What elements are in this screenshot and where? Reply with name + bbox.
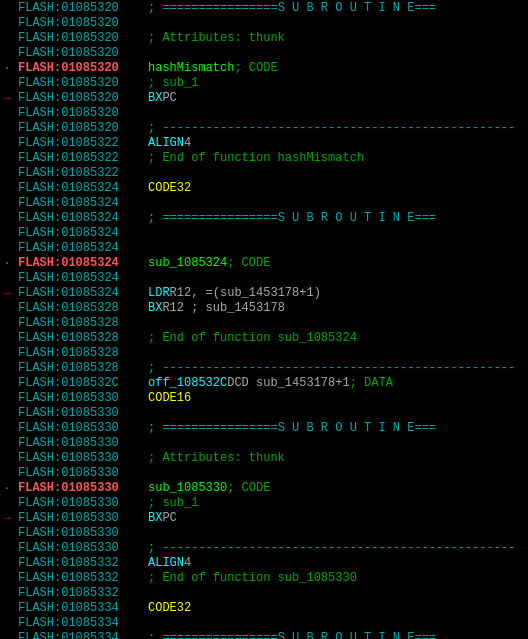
line-address: FLASH:01085330	[18, 496, 148, 510]
code-token: BX	[148, 301, 162, 315]
code-token: BX	[148, 511, 162, 525]
code-token: ===	[414, 631, 436, 640]
line-address: FLASH:01085320	[18, 61, 148, 75]
line-address: FLASH:01085330	[18, 406, 148, 420]
line-address: FLASH:01085322	[18, 136, 148, 150]
code-token: ; CODE	[227, 256, 270, 270]
code-line: FLASH:01085328 ; End of function sub_108…	[0, 330, 528, 345]
code-line: FLASH:01085328	[0, 315, 528, 330]
code-line: →FLASH:01085330 BX PC	[0, 510, 528, 525]
line-address: FLASH:01085334	[18, 631, 148, 640]
code-line: FLASH:01085330	[0, 525, 528, 540]
line-address: FLASH:01085320	[18, 31, 148, 45]
code-line: FLASH:01085328 BX R12 ; sub_1453178	[0, 300, 528, 315]
code-token: ALIGN	[148, 136, 184, 150]
code-token: LDR	[148, 286, 170, 300]
code-line: FLASH:01085322 ALIGN 4	[0, 135, 528, 150]
line-address: FLASH:01085328	[18, 301, 148, 315]
code-line: FLASH:01085332 ; End of function sub_108…	[0, 570, 528, 585]
code-token: off_108532C	[148, 376, 227, 390]
line-address: FLASH:01085320	[18, 106, 148, 120]
code-token: ; End of function sub_1085324	[148, 331, 357, 345]
code-token: CODE16	[148, 391, 191, 405]
code-token: sub_1085324	[148, 256, 227, 270]
code-line: FLASH:01085324 CODE32	[0, 180, 528, 195]
code-line: FLASH:01085324	[0, 240, 528, 255]
code-token: R12, =(sub_1453178+1)	[170, 286, 321, 300]
code-line: FLASH:01085322 ; End of function hashMis…	[0, 150, 528, 165]
line-address: FLASH:01085320	[18, 1, 148, 15]
code-line: →FLASH:01085324 LDR R12, =(sub_1453178+1…	[0, 285, 528, 300]
code-token: ; CODE	[234, 61, 277, 75]
code-line: FLASH:01085322	[0, 165, 528, 180]
code-token: ALIGN	[148, 556, 184, 570]
code-token: ; DATA	[350, 376, 393, 390]
line-address: FLASH:01085334	[18, 616, 148, 630]
code-token: S U B R O U T I N E	[278, 211, 415, 225]
line-indicator: →	[0, 287, 14, 299]
code-line: FLASH:01085328	[0, 345, 528, 360]
line-address: FLASH:01085324	[18, 211, 148, 225]
code-line: FLASH:01085320	[0, 15, 528, 30]
line-address: FLASH:01085320	[18, 121, 148, 135]
code-line: ·FLASH:01085330 sub_1085330 ; CODE	[0, 480, 528, 495]
code-line: FLASH:01085330 ; sub_1	[0, 495, 528, 510]
line-address: FLASH:01085328	[18, 331, 148, 345]
line-address: FLASH:01085328	[18, 316, 148, 330]
code-line: FLASH:01085320 ; Attributes: thunk	[0, 30, 528, 45]
code-line: FLASH:01085334 CODE32	[0, 600, 528, 615]
code-line: FLASH:01085330 ; ================ S U B …	[0, 420, 528, 435]
code-line: FLASH:01085328 ; -----------------------…	[0, 360, 528, 375]
code-token: ; --------------------------------------…	[148, 541, 515, 555]
code-token: 4	[184, 556, 191, 570]
code-token: ; End of function sub_1085330	[148, 571, 357, 585]
line-indicator: →	[0, 92, 14, 104]
line-indicator: →	[0, 512, 14, 524]
code-line: FLASH:01085324	[0, 225, 528, 240]
code-token: ; --------------------------------------…	[148, 361, 515, 375]
line-address: FLASH:01085330	[18, 526, 148, 540]
line-address: FLASH:01085330	[18, 541, 148, 555]
code-token: hashMismatch	[148, 61, 234, 75]
line-address: FLASH:01085330	[18, 421, 148, 435]
code-token: ; End of function hashMismatch	[148, 151, 364, 165]
code-line: FLASH:01085330	[0, 435, 528, 450]
line-address: FLASH:01085324	[18, 196, 148, 210]
line-address: FLASH:01085328	[18, 361, 148, 375]
code-line: FLASH:01085334 ; ================ S U B …	[0, 630, 528, 639]
line-address: FLASH:01085324	[18, 256, 148, 270]
code-line: FLASH:01085330 ; Attributes: thunk	[0, 450, 528, 465]
code-line: ·FLASH:01085324 sub_1085324 ; CODE	[0, 255, 528, 270]
line-address: FLASH:01085332	[18, 556, 148, 570]
code-token: PC	[162, 511, 176, 525]
code-line: FLASH:01085330 CODE16	[0, 390, 528, 405]
line-address: FLASH:0108532C	[18, 376, 148, 390]
line-indicator: ·	[0, 257, 14, 269]
line-address: FLASH:01085322	[18, 151, 148, 165]
line-address: FLASH:01085324	[18, 271, 148, 285]
line-address: FLASH:01085320	[18, 16, 148, 30]
code-token: ; --------------------------------------…	[148, 121, 515, 135]
line-address: FLASH:01085320	[18, 46, 148, 60]
code-line: FLASH:01085332 ALIGN 4	[0, 555, 528, 570]
code-line: FLASH:01085334	[0, 615, 528, 630]
code-line: FLASH:01085330 ; -----------------------…	[0, 540, 528, 555]
code-token: ; ================	[148, 1, 278, 15]
code-token: S U B R O U T I N E	[278, 421, 415, 435]
code-line: FLASH:01085320 ; sub_1	[0, 75, 528, 90]
code-line: FLASH:01085324	[0, 195, 528, 210]
line-address: FLASH:01085328	[18, 346, 148, 360]
code-token: ; sub_1	[148, 76, 198, 90]
line-indicator: ·	[0, 62, 14, 74]
code-line: FLASH:0108532C off_108532C DCD sub_14531…	[0, 375, 528, 390]
line-address: FLASH:01085334	[18, 601, 148, 615]
code-token: ; Attributes: thunk	[148, 31, 285, 45]
line-address: FLASH:01085330	[18, 436, 148, 450]
code-token: DCD sub_1453178+1	[227, 376, 349, 390]
code-line: FLASH:01085332	[0, 585, 528, 600]
line-address: FLASH:01085330	[18, 466, 148, 480]
code-token: ; ================	[148, 421, 278, 435]
line-address: FLASH:01085320	[18, 91, 148, 105]
code-line: ·FLASH:01085320 hashMismatch ; CODE	[0, 60, 528, 75]
line-address: FLASH:01085324	[18, 286, 148, 300]
